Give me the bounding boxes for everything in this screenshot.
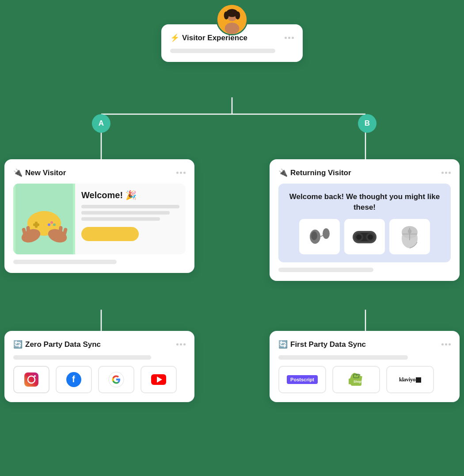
new-visitor-card-header: 🔌 New Visitor	[13, 168, 186, 177]
returning-visitor-progress	[278, 268, 373, 272]
new-visitor-menu[interactable]	[176, 172, 186, 174]
new-visitor-title: 🔌 New Visitor	[13, 168, 66, 177]
new-visitor-card: 🔌 New Visitor	[4, 159, 194, 273]
visitor-experience-menu[interactable]	[285, 37, 294, 39]
nv-line-2	[81, 211, 170, 215]
new-visitor-lines	[81, 205, 179, 221]
zero-party-title: 🔄 Zero Party Data Sync	[13, 340, 101, 349]
branch-label-a: A	[92, 114, 110, 133]
zero-party-card: 🔄 Zero Party Data Sync	[4, 331, 194, 402]
pin-icon-returning: 🔌	[278, 168, 288, 177]
svg-point-27	[311, 231, 317, 240]
new-visitor-progress	[13, 260, 117, 264]
rv-products-row	[286, 219, 443, 254]
first-party-card-header: 🔄 First Party Data Sync	[278, 340, 451, 349]
zero-party-menu[interactable]	[176, 343, 186, 345]
svg-rect-41	[24, 372, 38, 387]
rv-product-earbuds	[299, 219, 340, 254]
svg-point-8	[225, 23, 240, 34]
youtube-icon-box[interactable]	[141, 366, 177, 393]
partner-logos: Postscript Shopify klaviyo	[278, 366, 451, 393]
first-party-menu[interactable]	[441, 343, 451, 345]
postscript-logo-box[interactable]: Postscript	[278, 366, 326, 393]
first-party-progress	[278, 355, 408, 360]
new-visitor-cta-button[interactable]	[81, 227, 139, 241]
avatar	[216, 4, 248, 35]
nv-line-3	[81, 217, 160, 221]
diagram-container: A B ⚡ Visitor Experience 🔌 New Visitor	[0, 0, 464, 476]
svg-point-17	[50, 221, 53, 224]
svg-point-18	[53, 223, 56, 226]
nv-line-1	[81, 205, 179, 208]
zero-party-card-header: 🔄 Zero Party Data Sync	[13, 340, 186, 349]
avatar-image	[217, 5, 247, 34]
visitor-exp-progress	[170, 49, 275, 53]
returning-visitor-menu[interactable]	[441, 172, 451, 174]
new-visitor-content: Welcome! 🎉	[13, 184, 186, 254]
pin-icon-new: 🔌	[13, 168, 23, 177]
rv-product-mouse	[389, 219, 430, 254]
svg-text:Shopify: Shopify	[354, 380, 365, 384]
svg-point-19	[48, 223, 50, 226]
sync-icon-first: 🔄	[278, 340, 288, 349]
branch-label-b: B	[358, 114, 377, 133]
svg-point-35	[368, 234, 373, 240]
klaviyo-logo-box[interactable]: klaviyo	[386, 366, 434, 393]
svg-point-40	[408, 229, 411, 234]
first-party-title: 🔄 First Party Data Sync	[278, 340, 366, 349]
returning-visitor-card-header: 🔌 Returning Visitor	[278, 168, 451, 177]
svg-rect-16	[33, 223, 39, 226]
svg-text:f: f	[72, 374, 75, 384]
svg-point-29	[323, 228, 330, 239]
new-visitor-text: Welcome! 🎉	[81, 184, 186, 254]
returning-visitor-content: Welcome back! We thought you might like …	[278, 184, 451, 262]
returning-visitor-card: 🔌 Returning Visitor Welcome back! We tho…	[270, 159, 460, 281]
klaviyo-logo: klaviyo	[399, 376, 421, 383]
lightning-icon: ⚡	[170, 33, 179, 42]
svg-point-43	[34, 375, 36, 377]
instagram-icon-box[interactable]	[13, 366, 49, 393]
svg-point-34	[356, 234, 361, 240]
social-icons: f	[13, 366, 186, 393]
rv-product-vr	[344, 219, 385, 254]
returning-visitor-title: 🔌 Returning Visitor	[278, 168, 351, 177]
new-visitor-image	[13, 184, 75, 254]
sync-icon-zero: 🔄	[13, 340, 23, 349]
facebook-icon-box[interactable]: f	[56, 366, 92, 393]
svg-point-10	[224, 12, 229, 19]
zero-party-progress	[13, 355, 151, 360]
shopify-logo-box[interactable]: Shopify	[332, 366, 380, 393]
postscript-logo: Postscript	[287, 375, 318, 384]
svg-point-11	[235, 12, 240, 19]
first-party-card: 🔄 First Party Data Sync Postscript	[270, 331, 460, 402]
google-icon-box[interactable]	[98, 366, 134, 393]
